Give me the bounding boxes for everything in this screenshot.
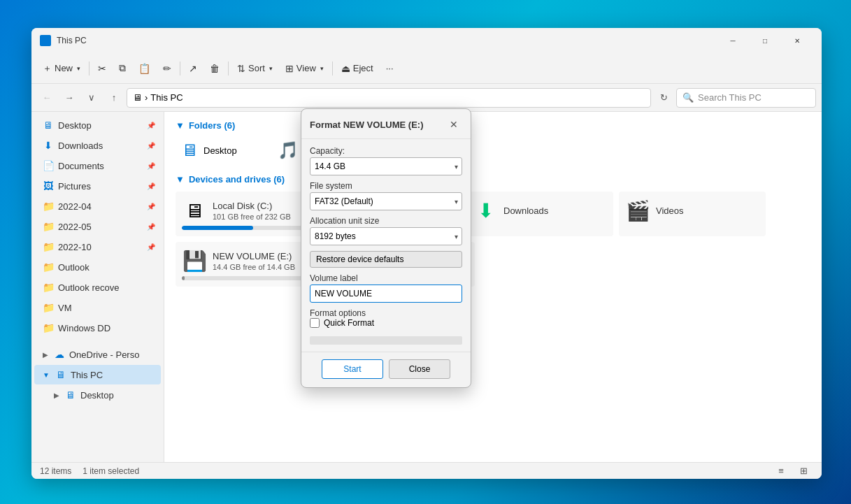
format-progress-bar [310, 336, 462, 345]
search-placeholder: Search This PC [698, 92, 761, 103]
drives-chevron: ▼ [176, 174, 185, 185]
drive-e-icon-wrap: 💾 [182, 248, 207, 273]
status-bar: 12 items 1 item selected ≡ ⊞ [31, 462, 822, 479]
sidebar-thispc-label: This PC [71, 370, 155, 380]
window-title: This PC [57, 36, 711, 45]
desktop-icon: 🖥 [43, 120, 54, 131]
sidebar-downloads-label: Downloads [58, 141, 143, 151]
forward-button[interactable]: → [59, 88, 79, 108]
thispc-icon: 🖥 [55, 369, 66, 380]
filesystem-select-wrapper: FAT32 (Default) ▾ [310, 192, 462, 210]
start-button[interactable]: Start [322, 359, 383, 379]
volume-label-section: Volume label [310, 273, 462, 303]
sidebar-item-outlook-recove[interactable]: 📁 Outlook recove [34, 278, 161, 297]
drive-videos-name: Videos [656, 206, 684, 216]
eject-button[interactable]: ⏏ Eject [336, 57, 379, 80]
capacity-section: Capacity: 14.4 GB ▾ [310, 146, 462, 175]
more-button[interactable]: ··· [380, 57, 399, 80]
refresh-button[interactable]: ↻ [654, 88, 673, 108]
expand-button[interactable]: ∨ [82, 88, 101, 108]
sort-label: Sort [248, 63, 265, 73]
path-separator: › [145, 92, 148, 103]
folders-grid: 🖥 Desktop 🎵 Music [176, 138, 810, 163]
toolbar: ＋ New ▾ ✂ ⧉ 📋 ✏ ↗ 🗑 ⇅ Sort ▾ ⊞ [31, 53, 822, 84]
sort-button[interactable]: ⇅ Sort ▾ [231, 57, 278, 80]
paste-button[interactable]: 📋 [133, 57, 156, 80]
drive-item-c[interactable]: 🖥 Local Disk (C:) 101 GB free of 232 GB [176, 192, 315, 236]
documents-icon: 📄 [43, 160, 54, 171]
dialog-title-bar: Format NEW VOLUME (E:) ✕ [301, 109, 471, 139]
pin-icon-3: 📌 [147, 162, 155, 170]
drive-e-bar-fill [182, 276, 185, 280]
onedrive-expand-icon: ▶ [43, 351, 48, 359]
drive-item-videos[interactable]: 🎬 Videos [619, 192, 766, 236]
drive-item-downloads[interactable]: ⬇ Downloads [466, 192, 613, 236]
new-label: New [55, 63, 73, 73]
sidebar-item-2022-05[interactable]: 📁 2022-05 📌 [34, 217, 161, 236]
sidebar-item-onedrive[interactable]: ▶ ☁ OneDrive - Perso [34, 345, 161, 364]
drives-grid: 🖥 Local Disk (C:) 101 GB free of 232 GB [176, 192, 810, 287]
delete-icon: 🗑 [210, 63, 220, 74]
quick-format-checkbox[interactable] [310, 318, 320, 328]
close-dialog-button[interactable]: Close [389, 359, 450, 379]
maximize-button[interactable]: □ [749, 28, 781, 53]
folders-section-title: Folders (6) [189, 120, 235, 131]
sidebar-item-desktop[interactable]: 🖥 Desktop 📌 [34, 115, 161, 135]
toolbar-divider-2 [180, 62, 180, 75]
sidebar-item-2022-10[interactable]: 📁 2022-10 📌 [34, 237, 161, 257]
dialog-close-button[interactable]: ✕ [445, 116, 462, 133]
title-bar: This PC ─ □ ✕ [31, 28, 822, 53]
sort-chevron: ▾ [269, 65, 273, 72]
folder-2022-05-icon: 📁 [43, 221, 54, 232]
address-path[interactable]: 🖥 › This PC [127, 88, 651, 108]
pin-icon-6: 📌 [147, 223, 155, 231]
folder-item-desktop[interactable]: 🖥 Desktop [176, 138, 266, 163]
folder-outlook-recove-icon: 📁 [43, 282, 54, 293]
thispc-expand-icon: ▼ [43, 371, 50, 379]
view-label: View [296, 63, 316, 73]
sidebar-item-windows-dd[interactable]: 📁 Windows DD [34, 318, 161, 338]
sidebar-item-downloads[interactable]: ⬇ Downloads 📌 [34, 136, 161, 155]
capacity-select-wrapper: 14.4 GB ▾ [310, 157, 462, 175]
sidebar-desktop-label: Desktop [58, 120, 143, 131]
view-grid-button[interactable]: ⊞ [794, 461, 813, 480]
back-button[interactable]: ← [37, 88, 57, 108]
drive-downloads-icon-wrap: ⬇ [473, 198, 498, 223]
sidebar-item-documents[interactable]: 📄 Documents 📌 [34, 156, 161, 175]
sidebar-item-pictures[interactable]: 🖼 Pictures 📌 [34, 176, 161, 196]
new-button[interactable]: ＋ New ▾ [37, 57, 86, 80]
sidebar-item-2022-04[interactable]: 📁 2022-04 📌 [34, 196, 161, 216]
cut-button[interactable]: ✂ [92, 57, 112, 80]
share-button[interactable]: ↗ [183, 57, 203, 80]
delete-button[interactable]: 🗑 [204, 57, 225, 80]
up-button[interactable]: ↑ [104, 88, 124, 108]
view-list-button[interactable]: ≡ [771, 461, 791, 480]
sidebar-item-desktop-sub[interactable]: ▶ 🖥 Desktop [34, 385, 161, 405]
capacity-select[interactable]: 14.4 GB [310, 157, 462, 175]
view-button[interactable]: ⊞ View ▾ [280, 57, 329, 80]
sidebar-outlook-label: Outlook [58, 262, 155, 273]
dialog-footer: Start Close [301, 352, 471, 387]
filesystem-section: File system FAT32 (Default) ▾ [310, 181, 462, 210]
sidebar-item-thispc[interactable]: ▼ 🖥 This PC [34, 365, 161, 384]
search-icon: 🔍 [682, 92, 694, 103]
close-button[interactable]: ✕ [781, 28, 813, 53]
search-box[interactable]: 🔍 Search This PC [676, 88, 816, 108]
pin-icon-4: 📌 [147, 182, 155, 190]
alloc-select[interactable]: 8192 bytes [310, 227, 462, 245]
share-icon: ↗ [189, 63, 197, 74]
volume-label-input[interactable] [310, 285, 462, 303]
folders-section-header[interactable]: ▼ Folders (6) [176, 120, 810, 131]
dialog-title: Format NEW VOLUME (E:) [310, 120, 424, 130]
drives-section-header[interactable]: ▼ Devices and drives (6) [176, 174, 810, 185]
toolbar-divider-3 [228, 62, 229, 75]
format-options-label: Format options [310, 308, 462, 318]
capacity-label: Capacity: [310, 146, 462, 156]
sidebar-item-vm[interactable]: 📁 VM [34, 298, 161, 317]
rename-button[interactable]: ✏ [157, 57, 177, 80]
sidebar-item-outlook[interactable]: 📁 Outlook [34, 257, 161, 277]
restore-defaults-button[interactable]: Restore device defaults [310, 251, 462, 268]
filesystem-select[interactable]: FAT32 (Default) [310, 192, 462, 210]
copy-button[interactable]: ⧉ [113, 57, 131, 80]
minimize-button[interactable]: ─ [717, 28, 749, 53]
